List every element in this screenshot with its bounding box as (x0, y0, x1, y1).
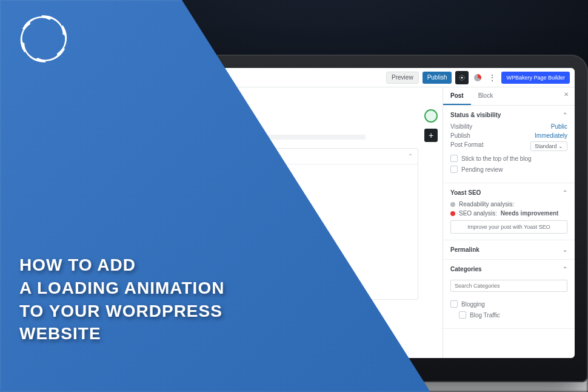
yoast-indicator-icon[interactable] (472, 72, 483, 83)
category-item[interactable]: Blogging (450, 300, 567, 308)
wordpress-w-icon (110, 73, 119, 82)
tab-post[interactable]: Post (443, 87, 471, 105)
value-publish[interactable]: Immediately (535, 132, 567, 139)
panel-categories: Categories ⌃ Blogging Blog Traffic (443, 260, 575, 329)
status-dot-icon (450, 202, 455, 207)
checkbox-icon (459, 311, 466, 319)
plus-icon (128, 74, 135, 81)
label-post-format: Post Format (450, 141, 483, 151)
checkbox-icon (450, 166, 458, 173)
panel-yoast: Yoast SEO ⌃ Readability analysis: SEO an… (443, 183, 575, 240)
promo-image: ↶ ↷ ⓘ Preview Publish ⋮ WPBakery Page Bu… (0, 0, 588, 392)
wordpress-editor: ↶ ↷ ⓘ Preview Publish ⋮ WPBakery Page Bu… (104, 68, 575, 358)
add-block-button[interactable] (125, 71, 138, 84)
tab-block[interactable]: Block (471, 87, 500, 105)
gear-icon (458, 74, 466, 81)
category-item[interactable]: Blog Traffic (450, 311, 567, 319)
chevron-up-icon[interactable]: ⌃ (563, 189, 567, 196)
post-title-input[interactable]: Add title (129, 107, 418, 124)
pending-label: Pending review (461, 166, 503, 173)
panel-heading[interactable]: Yoast SEO (450, 189, 481, 196)
row-publish[interactable]: Publish Immediately (450, 132, 567, 139)
publish-button[interactable]: Publish (423, 72, 452, 84)
search-categories-input[interactable] (450, 280, 567, 292)
chevron-up-icon[interactable]: ⌃ (563, 112, 567, 118)
sidebar-close-button[interactable]: ✕ (558, 87, 575, 105)
wp-logo-button[interactable] (108, 71, 121, 84)
editor-toolbar-right: Preview Publish ⋮ WPBakery Page Builder (386, 71, 575, 84)
grammarly-icon[interactable] (424, 109, 438, 123)
checkbox-icon (450, 155, 458, 162)
editor-floating-controls: + (424, 109, 438, 142)
improve-yoast-button[interactable]: Improve your post with Yoast SEO (450, 220, 567, 234)
laptop: ↶ ↷ ⓘ Preview Publish ⋮ WPBakery Page Bu… (91, 55, 588, 382)
panel-heading: Permalink (450, 246, 479, 253)
editor-body: Add title ⌃ + Post (104, 87, 575, 358)
panel-heading[interactable]: Status & visibility (450, 112, 501, 118)
editor-meta-placeholder (129, 135, 366, 140)
wpbakery-button[interactable]: WPBakery Page Builder (501, 72, 570, 84)
chevron-up-icon[interactable]: ⌃ (563, 266, 567, 272)
category-label: Blog Traffic (470, 312, 500, 319)
value-visibility[interactable]: Public (551, 123, 567, 130)
content-block-area[interactable]: ⌃ (129, 148, 418, 300)
panel-heading[interactable]: Categories (450, 266, 482, 272)
editor-canvas[interactable]: Add title ⌃ + (104, 87, 443, 358)
pending-review-checkbox[interactable]: Pending review (450, 166, 567, 173)
laptop-screen: ↶ ↷ ⓘ Preview Publish ⋮ WPBakery Page Bu… (104, 68, 575, 358)
stick-checkbox[interactable]: Stick to the top of the blog (450, 155, 567, 162)
preview-button[interactable]: Preview (386, 72, 419, 84)
chevron-down-icon[interactable]: ⌄ (563, 246, 567, 253)
label-visibility: Visibility (450, 123, 472, 130)
editor-toolbar-left: ↶ ↷ ⓘ (104, 71, 189, 84)
panel-status-visibility: Status & visibility ⌃ Visibility Public … (443, 106, 575, 183)
close-icon: ✕ (564, 91, 569, 98)
redo-button[interactable]: ↷ (159, 71, 172, 84)
editor-top-toolbar: ↶ ↷ ⓘ Preview Publish ⋮ WPBakery Page Bu… (104, 68, 575, 87)
checkbox-icon (450, 300, 458, 308)
settings-sidebar: Post Block ✕ Status & visibility ⌃ (443, 87, 575, 358)
seo-label: SEO analysis: (459, 210, 497, 217)
label-publish: Publish (450, 132, 470, 139)
sidebar-tabs: Post Block ✕ (443, 87, 575, 106)
settings-button[interactable] (455, 71, 469, 84)
block-collapse-caret[interactable]: ⌃ (129, 149, 418, 164)
category-label: Blogging (461, 301, 485, 308)
more-menu-button[interactable]: ⋮ (487, 73, 498, 82)
post-format-select[interactable]: Standard ⌄ (530, 141, 567, 151)
seo-analysis-row[interactable]: SEO analysis: Needs improvement (450, 210, 567, 217)
undo-button[interactable]: ↶ (142, 71, 155, 84)
status-dot-icon (450, 211, 455, 216)
seo-value: Needs improvement (501, 210, 559, 217)
readability-row[interactable]: Readability analysis: (450, 201, 567, 208)
row-post-format[interactable]: Post Format Standard ⌄ (450, 141, 567, 151)
panel-permalink[interactable]: Permalink ⌄ (443, 240, 575, 260)
svg-point-0 (111, 74, 118, 81)
row-visibility[interactable]: Visibility Public (450, 123, 567, 130)
insert-block-button[interactable]: + (424, 129, 438, 142)
stick-label: Stick to the top of the blog (461, 155, 532, 162)
readability-label: Readability analysis: (459, 201, 514, 208)
svg-point-1 (461, 76, 463, 78)
info-button[interactable]: ⓘ (176, 71, 189, 84)
